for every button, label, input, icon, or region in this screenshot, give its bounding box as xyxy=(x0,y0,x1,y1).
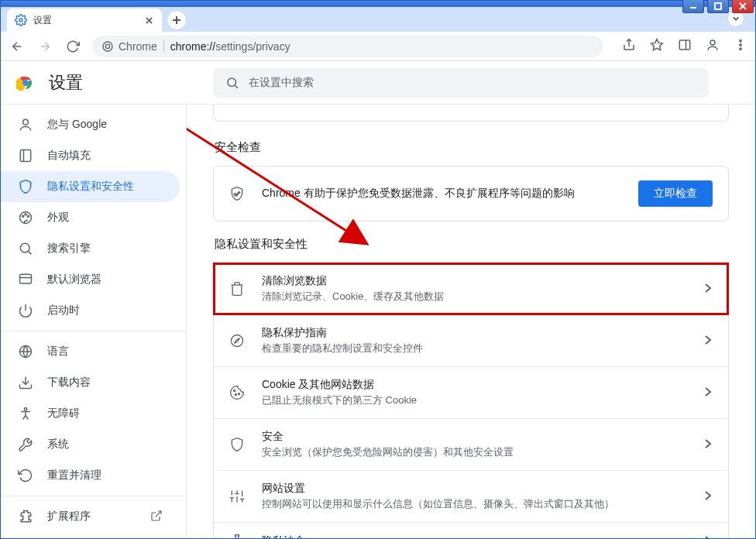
svg-point-41 xyxy=(24,408,26,410)
window-close-button[interactable] xyxy=(732,0,754,13)
tab-strip: 设置 xyxy=(1,7,755,32)
os-titlebar xyxy=(1,1,755,7)
tab-favicon-gear-icon xyxy=(15,14,27,26)
sidebar-item-label: 重置并清理 xyxy=(47,469,101,482)
sidebar-item-on-startup[interactable]: 启动时 xyxy=(1,295,180,326)
sidebar-item-extensions[interactable]: 扩展程序 xyxy=(1,501,180,532)
sidebar-item-label: 系统 xyxy=(47,438,69,451)
sidebar-item-search-engine[interactable]: 搜索引擎 xyxy=(1,233,180,264)
sidebar-item-you-and-google[interactable]: 您与 Google xyxy=(1,109,180,140)
window-maximize-button[interactable] xyxy=(707,0,729,13)
row-title: Cookie 及其他网站数据 xyxy=(262,378,688,392)
safety-check-button[interactable]: 立即检查 xyxy=(638,180,713,207)
sidebar-item-appearance[interactable]: 外观 xyxy=(1,202,180,233)
cookie-icon xyxy=(229,385,245,400)
svg-point-12 xyxy=(105,44,109,48)
row-privacy-sandbox[interactable]: 隐私沙盒 xyxy=(214,523,728,538)
svg-point-4 xyxy=(19,19,22,22)
sidebar-item-label: 搜索引擎 xyxy=(47,242,91,256)
toolbar: Chrome chrome://settings/privacy xyxy=(1,32,755,61)
svg-rect-35 xyxy=(20,274,32,283)
sidebar-item-reset[interactable]: 重置并清理 xyxy=(1,460,180,491)
row-site-settings[interactable]: 网站设置 控制网站可以使用和显示什么信息（如位置信息、摄像头、弹出式窗口及其他） xyxy=(214,471,728,522)
sidebar-item-accessibility[interactable]: 无障碍 xyxy=(1,398,180,429)
forward-button[interactable] xyxy=(36,38,53,55)
svg-marker-14 xyxy=(651,39,663,50)
profile-button[interactable] xyxy=(706,38,720,55)
row-title: 网站设置 xyxy=(262,482,688,496)
sidebar-item-label: 默认浏览器 xyxy=(47,273,101,287)
safety-check-card: Chrome 有助于保护您免受数据泄露、不良扩展程序等问题的影响 立即检查 xyxy=(213,166,729,221)
svg-point-11 xyxy=(103,42,112,51)
sidebar-item-downloads[interactable]: 下载内容 xyxy=(1,367,180,398)
svg-point-26 xyxy=(23,119,29,125)
svg-point-33 xyxy=(20,243,29,252)
svg-marker-47 xyxy=(235,338,240,344)
row-security[interactable]: 安全 安全浏览（保护您免受危险网站的侵害）和其他安全设置 xyxy=(214,419,728,470)
sidebar-item-default-browser[interactable]: 默认浏览器 xyxy=(1,264,180,295)
row-cookies[interactable]: Cookie 及其他网站数据 已阻止无痕模式下的第三方 Cookie xyxy=(214,367,728,418)
chevron-right-icon xyxy=(705,438,713,451)
section-title-safety: 安全检查 xyxy=(215,140,729,155)
row-desc: 检查重要的隐私控制设置和安全控件 xyxy=(262,342,688,355)
chevron-right-icon xyxy=(705,534,713,538)
chevron-right-icon xyxy=(705,386,713,400)
sidebar-item-label: 语言 xyxy=(47,345,69,359)
settings-content[interactable]: 安全检查 Chrome 有助于保护您免受数据泄露、不良扩展程序等问题的影响 立即… xyxy=(187,105,755,538)
row-title: 隐私保护指南 xyxy=(262,326,688,340)
settings-search-placeholder: 在设置中搜索 xyxy=(249,76,314,90)
new-tab-button[interactable] xyxy=(167,10,187,30)
svg-line-42 xyxy=(156,511,161,517)
svg-point-49 xyxy=(235,394,236,396)
svg-point-18 xyxy=(740,39,741,41)
sidebar-item-about-chrome[interactable]: 关于 Chrome xyxy=(1,532,180,538)
row-clear-browsing-data[interactable]: 清除浏览数据 清除浏览记录、Cookie、缓存及其他数据 xyxy=(214,263,728,314)
svg-point-31 xyxy=(25,214,26,215)
share-button[interactable] xyxy=(622,38,636,55)
settings-header: 设置 在设置中搜索 xyxy=(1,61,755,105)
row-desc: 已阻止无痕模式下的第三方 Cookie xyxy=(262,393,688,407)
svg-point-50 xyxy=(239,393,240,395)
window-frame: 设置 Chrome chrome://settings/privacy xyxy=(0,0,756,539)
menu-button[interactable] xyxy=(734,38,747,55)
svg-point-20 xyxy=(740,48,741,50)
sliders-icon xyxy=(229,489,245,504)
shield-check-icon xyxy=(229,186,245,201)
trash-icon xyxy=(229,281,245,297)
svg-point-24 xyxy=(228,78,236,87)
chrome-logo-icon xyxy=(16,74,35,92)
sidebar-separator xyxy=(1,331,186,331)
sidebar-item-label: 外观 xyxy=(47,211,69,225)
row-title: 安全 xyxy=(262,430,688,444)
url-text: chrome://settings/privacy xyxy=(170,40,290,53)
flask-icon xyxy=(229,534,245,538)
side-panel-button[interactable] xyxy=(678,38,692,55)
row-privacy-guide[interactable]: 隐私保护指南 检查重要的隐私控制设置和安全控件 xyxy=(214,315,728,366)
sidebar-item-privacy[interactable]: 隐私设置和安全性 xyxy=(1,171,180,202)
sidebar-item-label: 无障碍 xyxy=(47,407,80,421)
sidebar-item-system[interactable]: 系统 xyxy=(1,429,180,460)
window-minimize-button[interactable] xyxy=(682,0,704,13)
sidebar-separator xyxy=(1,496,186,496)
tab-close-button[interactable] xyxy=(143,15,154,26)
svg-point-30 xyxy=(22,215,24,217)
row-desc: 控制网站可以使用和显示什么信息（如位置信息、摄像头、弹出式窗口及其他） xyxy=(262,497,688,511)
shield-icon xyxy=(229,437,245,452)
svg-rect-27 xyxy=(20,150,30,162)
svg-point-48 xyxy=(234,390,235,392)
settings-search-field[interactable]: 在设置中搜索 xyxy=(213,68,709,98)
sidebar-item-label: 下载内容 xyxy=(47,376,91,390)
bookmark-button[interactable] xyxy=(650,38,664,55)
site-info-chip[interactable]: Chrome xyxy=(101,40,157,53)
settings-title: 设置 xyxy=(49,71,83,94)
browser-tab[interactable]: 设置 xyxy=(7,9,162,32)
sidebar-item-autofill[interactable]: 自动填充 xyxy=(1,140,180,171)
row-desc: 安全浏览（保护您免受危险网站的侵害）和其他安全设置 xyxy=(262,445,688,459)
sidebar-item-languages[interactable]: 语言 xyxy=(1,336,180,367)
svg-line-34 xyxy=(29,252,32,255)
address-field[interactable]: Chrome chrome://settings/privacy xyxy=(92,36,603,57)
row-title: 清除浏览数据 xyxy=(262,274,688,288)
back-button[interactable] xyxy=(9,38,26,55)
svg-point-17 xyxy=(710,40,715,45)
reload-button[interactable] xyxy=(64,38,81,55)
